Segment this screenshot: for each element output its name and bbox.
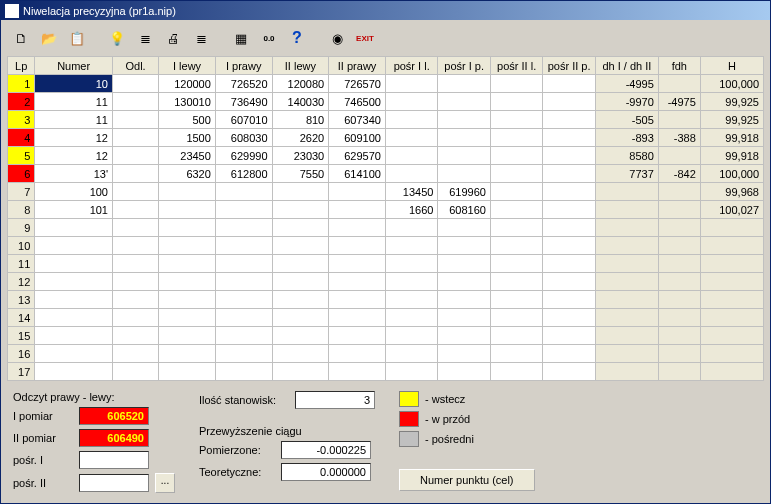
cell[interactable]: 746500: [329, 93, 386, 111]
cell[interactable]: 7737: [595, 165, 658, 183]
list-icon[interactable]: ≣: [133, 26, 157, 50]
cell[interactable]: [658, 111, 700, 129]
cell[interactable]: [329, 201, 386, 219]
cell[interactable]: [112, 237, 158, 255]
table-row[interactable]: 16: [8, 345, 764, 363]
cell[interactable]: [595, 345, 658, 363]
cell[interactable]: 607340: [329, 111, 386, 129]
cell[interactable]: [385, 93, 437, 111]
cell[interactable]: [658, 147, 700, 165]
cell[interactable]: [385, 219, 437, 237]
table-row[interactable]: 81011660608160100,027: [8, 201, 764, 219]
cell[interactable]: 13': [35, 165, 113, 183]
cell[interactable]: [112, 129, 158, 147]
cell[interactable]: 12: [35, 129, 113, 147]
table-row[interactable]: 15: [8, 327, 764, 345]
row-header[interactable]: 4: [8, 129, 35, 147]
table-row[interactable]: 13: [8, 291, 764, 309]
cell[interactable]: 23450: [159, 147, 216, 165]
cell[interactable]: [385, 255, 437, 273]
cell[interactable]: [543, 93, 595, 111]
cell[interactable]: [490, 111, 542, 129]
cell[interactable]: [543, 219, 595, 237]
cell[interactable]: 100,000: [700, 165, 763, 183]
cell[interactable]: [112, 219, 158, 237]
table-row[interactable]: 9: [8, 219, 764, 237]
cell[interactable]: [385, 345, 437, 363]
col-header[interactable]: Lp: [8, 57, 35, 75]
cell[interactable]: [595, 309, 658, 327]
cell[interactable]: [35, 255, 113, 273]
cell[interactable]: [385, 165, 437, 183]
cell[interactable]: 120000: [159, 75, 216, 93]
cell[interactable]: [112, 255, 158, 273]
cell[interactable]: 101: [35, 201, 113, 219]
cell[interactable]: [700, 363, 763, 381]
col-header[interactable]: Odl.: [112, 57, 158, 75]
cell[interactable]: 100,027: [700, 201, 763, 219]
row-header[interactable]: 3: [8, 111, 35, 129]
cell[interactable]: [159, 309, 216, 327]
row-header[interactable]: 16: [8, 345, 35, 363]
cell[interactable]: [215, 273, 272, 291]
cell[interactable]: 1500: [159, 129, 216, 147]
cell[interactable]: [490, 75, 542, 93]
cell[interactable]: [595, 201, 658, 219]
cell[interactable]: [658, 273, 700, 291]
cell[interactable]: 130010: [159, 93, 216, 111]
table-row[interactable]: 71001345061996099,968: [8, 183, 764, 201]
cell[interactable]: [543, 129, 595, 147]
table-row[interactable]: 41215006080302620609100-893-38899,918: [8, 129, 764, 147]
cell[interactable]: [112, 147, 158, 165]
cell[interactable]: [35, 237, 113, 255]
data-grid[interactable]: LpNumerOdl.I lewyI prawyII lewyII prawyp…: [7, 56, 764, 381]
col-header[interactable]: I prawy: [215, 57, 272, 75]
cell[interactable]: 11: [35, 93, 113, 111]
cell[interactable]: [159, 219, 216, 237]
cell[interactable]: [215, 183, 272, 201]
table-row[interactable]: 10: [8, 237, 764, 255]
cell[interactable]: [543, 237, 595, 255]
cell[interactable]: -9970: [595, 93, 658, 111]
col-header[interactable]: pośr II l.: [490, 57, 542, 75]
cell[interactable]: [700, 291, 763, 309]
cell[interactable]: [112, 309, 158, 327]
cell[interactable]: [700, 345, 763, 363]
cell[interactable]: [159, 237, 216, 255]
cell[interactable]: [543, 147, 595, 165]
new-icon[interactable]: 🗋: [9, 26, 33, 50]
cell[interactable]: [438, 93, 490, 111]
cell[interactable]: 99,918: [700, 147, 763, 165]
cell[interactable]: [438, 219, 490, 237]
cell[interactable]: 7550: [272, 165, 329, 183]
cell[interactable]: [595, 219, 658, 237]
row-header[interactable]: 15: [8, 327, 35, 345]
cell[interactable]: 12: [35, 147, 113, 165]
cell[interactable]: [490, 255, 542, 273]
cell[interactable]: [159, 327, 216, 345]
col-header[interactable]: pośr I p.: [438, 57, 490, 75]
cell[interactable]: [35, 291, 113, 309]
cell[interactable]: [272, 219, 329, 237]
cell[interactable]: [35, 219, 113, 237]
cell[interactable]: 11: [35, 111, 113, 129]
cell[interactable]: 609100: [329, 129, 386, 147]
cell[interactable]: [385, 327, 437, 345]
cell[interactable]: [215, 327, 272, 345]
cell[interactable]: [543, 183, 595, 201]
cell[interactable]: [112, 165, 158, 183]
cell[interactable]: [543, 165, 595, 183]
cell[interactable]: [658, 309, 700, 327]
cell[interactable]: [329, 363, 386, 381]
cell[interactable]: [490, 147, 542, 165]
cell[interactable]: 629570: [329, 147, 386, 165]
row-header[interactable]: 10: [8, 237, 35, 255]
cell[interactable]: 99,925: [700, 111, 763, 129]
cell[interactable]: [543, 201, 595, 219]
cell[interactable]: [329, 345, 386, 363]
cell[interactable]: [438, 273, 490, 291]
cell[interactable]: [490, 327, 542, 345]
cell[interactable]: [385, 111, 437, 129]
cell[interactable]: [329, 237, 386, 255]
cell[interactable]: 120080: [272, 75, 329, 93]
